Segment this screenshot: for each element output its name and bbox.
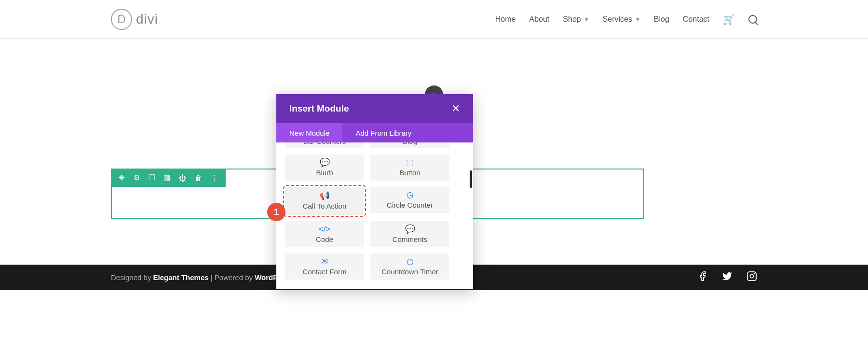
cart-icon[interactable]: 🛒	[723, 14, 735, 25]
envelope-icon: ✉	[321, 257, 328, 266]
logo-text: divi	[136, 12, 158, 27]
nav-about[interactable]: About	[529, 15, 550, 24]
modal-header: Insert Module ✕	[276, 94, 473, 123]
footer-brand[interactable]: Elegant Themes	[153, 273, 209, 282]
nav-blog[interactable]: Blog	[654, 15, 669, 24]
footer-designed-by: Designed by	[111, 273, 153, 282]
editor-area: + ✥ ⚙ ❐ ▥ ⏻ 🗑 ⋮ Insert Module ✕ New Modu…	[0, 39, 868, 353]
nav-shop[interactable]: Shop ▼	[563, 15, 589, 24]
scrollbar-thumb[interactable]	[470, 170, 472, 188]
circle-counter-icon: ◷	[407, 191, 414, 199]
module-label: Circle Counter	[387, 201, 433, 209]
site-header: D divi Home About Shop ▼ Services ▼ Blog…	[0, 0, 868, 39]
megaphone-icon: 📢	[320, 192, 330, 200]
code-icon: </>	[319, 225, 331, 233]
nav-contact[interactable]: Contact	[683, 15, 709, 24]
module-label: Blurb	[316, 169, 333, 177]
module-label: Blog	[403, 142, 417, 145]
footer-credits: Designed by Elegant Themes | Powered by …	[111, 273, 278, 282]
move-icon[interactable]: ✥	[119, 173, 125, 182]
main-nav: Home About Shop ▼ Services ▼ Blog Contac…	[495, 14, 757, 25]
nav-home[interactable]: Home	[495, 15, 516, 24]
module-label: Contact Form	[303, 268, 347, 276]
module-label: Bar Counters	[303, 142, 346, 145]
module-countdown-timer[interactable]: ◷ Countdown Timer	[370, 254, 449, 280]
module-label: Code	[316, 235, 333, 243]
chevron-down-icon: ▼	[584, 16, 589, 22]
search-icon[interactable]	[748, 15, 757, 24]
module-blog[interactable]: Blog	[370, 142, 449, 148]
module-contact-form[interactable]: ✉ Contact Form	[285, 254, 364, 280]
duplicate-icon[interactable]: ❐	[149, 173, 155, 182]
module-label: Comments	[393, 235, 428, 243]
logo-icon: D	[111, 9, 132, 30]
nav-shop-label: Shop	[563, 15, 581, 24]
modal-title: Insert Module	[289, 103, 349, 114]
insert-module-modal: Insert Module ✕ New Module Add From Libr…	[276, 94, 473, 289]
button-icon: ⬚	[406, 158, 414, 167]
chevron-down-icon: ▼	[635, 16, 640, 22]
more-icon[interactable]: ⋮	[211, 173, 218, 182]
module-comments[interactable]: 💬 Comments	[370, 221, 449, 247]
module-code[interactable]: </> Code	[285, 221, 364, 247]
module-call-to-action[interactable]: 📢 Call To Action	[285, 187, 364, 215]
settings-icon[interactable]: ⚙	[134, 173, 140, 182]
facebook-icon[interactable]	[697, 271, 708, 284]
nav-services-label: Services	[603, 15, 632, 24]
module-circle-counter[interactable]: ◷ Circle Counter	[370, 187, 449, 213]
modal-body: Bar Counters Blog 💬 Blurb ⬚ Button 📢 Cal…	[276, 142, 473, 289]
social-icons	[697, 271, 757, 284]
module-label: Button	[399, 169, 420, 177]
modal-tabs: New Module Add From Library	[276, 123, 473, 142]
footer-platform[interactable]: WordP	[255, 273, 278, 282]
comments-icon: 💬	[405, 225, 415, 233]
module-label: Countdown Timer	[381, 268, 438, 276]
module-grid: Bar Counters Blog 💬 Blurb ⬚ Button 📢 Cal…	[285, 142, 464, 280]
instagram-icon[interactable]	[746, 271, 757, 284]
svg-point-1	[750, 274, 753, 278]
tab-add-from-library[interactable]: Add From Library	[342, 123, 424, 142]
columns-icon[interactable]: ▥	[163, 173, 170, 182]
svg-point-2	[754, 273, 755, 274]
module-button[interactable]: ⬚ Button	[370, 155, 449, 181]
logo[interactable]: D divi	[111, 9, 158, 30]
chat-icon: 💬	[320, 158, 330, 167]
timer-icon: ◷	[407, 257, 414, 266]
annotation-badge: 1	[267, 203, 285, 221]
close-icon[interactable]: ✕	[451, 102, 460, 115]
row-toolbar: ✥ ⚙ ❐ ▥ ⏻ 🗑 ⋮	[111, 169, 226, 187]
module-label: Call To Action	[303, 202, 347, 210]
module-blurb[interactable]: 💬 Blurb	[285, 155, 364, 181]
nav-services[interactable]: Services ▼	[603, 15, 640, 24]
twitter-icon[interactable]	[721, 271, 733, 284]
power-icon[interactable]: ⏻	[179, 174, 186, 182]
module-bar-counters[interactable]: Bar Counters	[285, 142, 364, 148]
tab-new-module[interactable]: New Module	[276, 123, 342, 142]
delete-icon[interactable]: 🗑	[195, 174, 202, 182]
footer-powered-by: | Powered by	[209, 273, 255, 282]
